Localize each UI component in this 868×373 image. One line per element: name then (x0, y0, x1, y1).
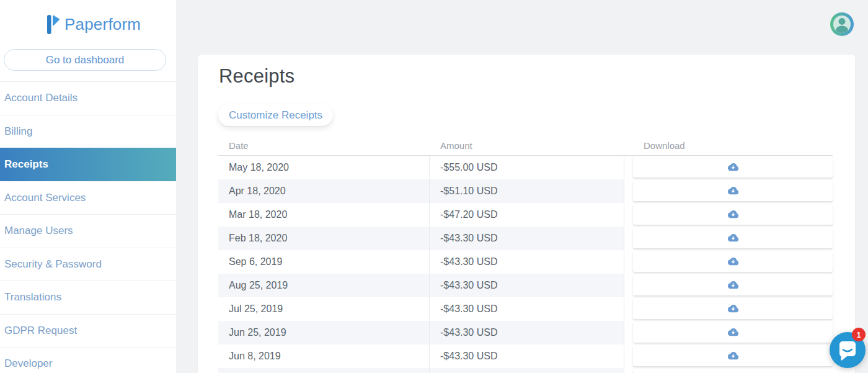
cell-date: Apr 18, 2020 (218, 179, 430, 203)
cell-date: Jun 25, 2019 (218, 321, 430, 344)
cloud-download-icon (727, 304, 739, 313)
cloud-download-icon (727, 328, 739, 336)
cell-download (624, 297, 833, 321)
download-button[interactable] (633, 345, 833, 366)
cell-date: Feb 18, 2020 (218, 227, 430, 250)
cell-download (624, 274, 833, 297)
cell-date (218, 368, 430, 373)
sidebar-item[interactable]: Account Services (0, 181, 176, 215)
cloud-download-icon (727, 351, 739, 360)
sidebar-item[interactable]: Translations (0, 281, 176, 314)
sidebar-item[interactable]: Developer (0, 347, 176, 373)
cell-download (624, 227, 833, 250)
table-row-partial (218, 368, 833, 373)
table-row: Jun 8, 2019 -$43.30 USD (218, 344, 833, 368)
cell-amount: -$43.30 USD (430, 297, 624, 321)
sidebar-item[interactable]: Manage Users (0, 214, 176, 248)
cell-download (624, 156, 833, 179)
download-button[interactable] (633, 204, 833, 225)
chat-unread-badge[interactable]: 1 (852, 328, 866, 341)
cell-download (624, 250, 833, 274)
receipts-card: Receipts Customize Receipts Date Amount … (198, 55, 855, 373)
customize-receipts-button[interactable]: Customize Receipts (218, 104, 333, 126)
table-row: Jul 25, 2019 -$43.30 USD (218, 297, 833, 321)
paperform-p-icon (47, 15, 60, 34)
column-header-download: Download (624, 140, 833, 151)
sidebar: Paperform Go to dashboard Account Detail… (0, 0, 176, 373)
table-row: May 18, 2020 -$55.00 USD (218, 156, 833, 179)
cloud-download-icon (727, 186, 739, 195)
cell-date: Mar 18, 2020 (218, 203, 430, 227)
cell-date: Sep 6, 2019 (218, 250, 430, 274)
download-button[interactable] (633, 298, 833, 319)
cell-amount: -$43.30 USD (430, 227, 624, 250)
table-header-row: Date Amount Download (218, 135, 833, 156)
sidebar-item[interactable]: Receipts (0, 148, 176, 181)
sidebar-item-label: Account Services (4, 192, 86, 204)
cell-date: May 18, 2020 (218, 156, 430, 179)
cloud-download-icon (727, 257, 739, 266)
cell-amount: -$43.30 USD (430, 344, 624, 368)
sidebar-item-label: Developer (4, 357, 53, 370)
sidebar-item[interactable]: Security & Password (0, 248, 176, 281)
download-button[interactable] (633, 180, 833, 201)
sidebar-item-label: Manage Users (4, 225, 73, 237)
go-to-dashboard-button[interactable]: Go to dashboard (4, 49, 166, 71)
download-button[interactable] (633, 227, 833, 248)
sidebar-item-label: Receipts (4, 158, 48, 171)
table-row: Mar 18, 2020 -$47.20 USD (218, 203, 833, 227)
cloud-download-icon (727, 210, 739, 218)
download-button[interactable] (633, 274, 833, 295)
user-avatar[interactable] (830, 12, 854, 36)
receipts-table: Date Amount Download May 18, 2020 -$55.0… (218, 135, 833, 373)
sidebar-item-label: Billing (4, 125, 32, 138)
cell-amount: -$43.30 USD (430, 274, 624, 297)
download-button[interactable] (633, 369, 833, 373)
cell-amount: -$47.20 USD (430, 203, 624, 227)
cell-amount: -$43.30 USD (430, 250, 624, 274)
sidebar-item[interactable]: Billing (0, 115, 176, 148)
sidebar-item[interactable]: GDPR Request (0, 314, 176, 348)
cell-date: Jul 25, 2019 (218, 297, 430, 321)
table-row: Sep 6, 2019 -$43.30 USD (218, 250, 833, 274)
cloud-download-icon (727, 163, 739, 171)
cloud-download-icon (727, 233, 739, 242)
column-header-amount: Amount (430, 140, 624, 151)
sidebar-item-label: Security & Password (4, 258, 102, 271)
cell-amount (430, 368, 624, 373)
sidebar-item-label: GDPR Request (4, 325, 77, 337)
table-body: May 18, 2020 -$55.00 USD Apr 18, 2020 (218, 156, 833, 368)
brand-logo[interactable]: Paperform (47, 15, 141, 34)
cell-amount: -$55.00 USD (430, 156, 624, 179)
cell-amount: -$51.10 USD (430, 179, 624, 203)
download-button[interactable] (633, 156, 833, 178)
sidebar-nav: Account Details Billing Receipts Account… (0, 81, 176, 373)
download-button[interactable] (633, 251, 833, 272)
cloud-download-icon (727, 281, 739, 289)
table-row: Aug 25, 2019 -$43.30 USD (218, 274, 833, 297)
table-row: Jun 25, 2019 -$43.30 USD (218, 321, 833, 344)
page-title: Receipts (219, 65, 294, 88)
cell-download (624, 321, 833, 344)
cell-download (624, 179, 833, 203)
sidebar-item[interactable]: Account Details (0, 81, 176, 115)
download-button[interactable] (633, 321, 833, 343)
table-row: Feb 18, 2020 -$43.30 USD (218, 227, 833, 250)
column-header-date: Date (218, 140, 430, 151)
cell-download (624, 368, 833, 373)
cell-amount: -$43.30 USD (430, 321, 624, 344)
cell-download (624, 203, 833, 227)
cell-date: Aug 25, 2019 (218, 274, 430, 297)
brand-name: Paperform (64, 15, 141, 34)
cell-date: Jun 8, 2019 (218, 344, 430, 368)
cell-download (624, 344, 833, 368)
sidebar-item-label: Translations (4, 291, 61, 303)
user-avatar-icon (830, 12, 854, 36)
table-row: Apr 18, 2020 -$51.10 USD (218, 179, 833, 203)
sidebar-item-label: Account Details (4, 92, 78, 104)
